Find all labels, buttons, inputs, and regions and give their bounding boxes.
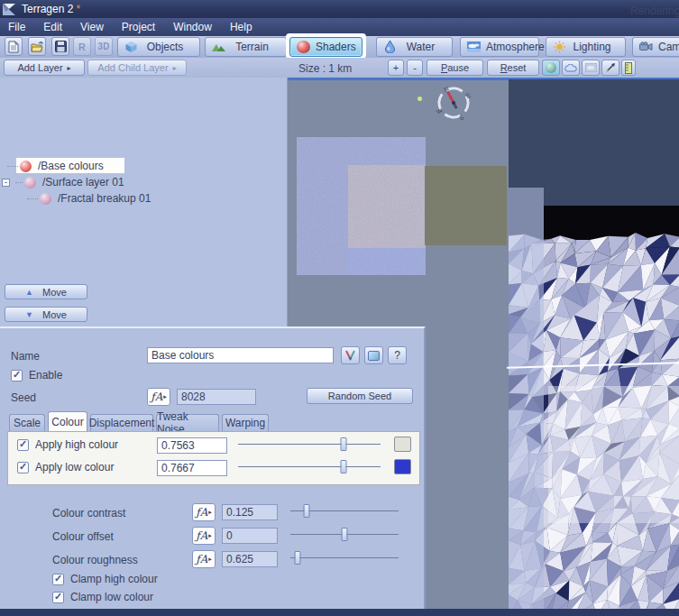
high-colour-value-input[interactable]: 0.7563 bbox=[157, 437, 227, 454]
save-button[interactable] bbox=[51, 37, 69, 56]
random-seed-button[interactable]: Random Seed bbox=[307, 388, 413, 404]
tab-atmosphere[interactable]: Atmosphere bbox=[460, 37, 539, 57]
clamp-low-colour-checkbox[interactable] bbox=[52, 592, 64, 603]
compass-widget[interactable]: N E S W bbox=[430, 81, 477, 124]
tab-terrain[interactable]: Terrain bbox=[205, 37, 287, 57]
3d-view-button[interactable]: 3D bbox=[95, 37, 113, 56]
title-bar[interactable]: Terragen 2 * bbox=[0, 0, 679, 18]
tab-colour[interactable]: Colour bbox=[48, 411, 87, 431]
slider-handle[interactable] bbox=[340, 460, 346, 473]
name-input[interactable]: Base colours bbox=[147, 347, 334, 363]
node-network-button[interactable] bbox=[341, 346, 360, 364]
apply-low-colour-checkbox[interactable] bbox=[17, 462, 29, 473]
terrain-texture-topview[interactable] bbox=[297, 137, 426, 275]
clamp-low-colour-row[interactable]: Clamp low colour bbox=[52, 591, 153, 603]
cube-icon bbox=[124, 41, 138, 53]
tab-scale[interactable]: Scale bbox=[9, 414, 45, 431]
tab-warping[interactable]: Warping bbox=[222, 414, 269, 431]
tab-water[interactable]: Water bbox=[376, 37, 453, 57]
apply-low-colour-row[interactable]: Apply low colour bbox=[17, 461, 114, 473]
preview-size-label: Size : 1 km bbox=[298, 62, 352, 75]
svg-text:E: E bbox=[464, 92, 472, 100]
shader-node-icon bbox=[20, 161, 32, 172]
cloud-icon bbox=[564, 64, 577, 72]
tab-tweak-noise[interactable]: Tweak Noise bbox=[156, 414, 219, 431]
high-colour-slider[interactable] bbox=[238, 437, 381, 451]
preview-terrain-sphere-button[interactable] bbox=[542, 60, 560, 76]
open-project-button[interactable] bbox=[28, 37, 46, 56]
preview-haze bbox=[509, 188, 544, 616]
reset-button[interactable]: Reset bbox=[487, 60, 539, 76]
tab-shaders[interactable]: Shaders bbox=[289, 37, 362, 57]
app-logo-icon bbox=[3, 4, 16, 15]
colour-contrast-input[interactable]: 0.125 bbox=[222, 504, 278, 520]
menu-help[interactable]: Help bbox=[230, 21, 252, 33]
enable-checkbox[interactable] bbox=[11, 370, 23, 382]
collapse-toggle-icon[interactable]: - bbox=[2, 179, 10, 187]
colour-offset-input[interactable]: 0 bbox=[222, 528, 278, 544]
move-down-button[interactable]: ▼ Move bbox=[5, 307, 87, 322]
low-colour-value-input[interactable]: 0.7667 bbox=[157, 460, 227, 476]
seed-input[interactable]: 8028 bbox=[177, 389, 256, 405]
apply-high-colour-label: Apply high colour bbox=[35, 438, 118, 451]
move-down-label: Move bbox=[42, 309, 67, 320]
enable-checkbox-row[interactable]: Enable bbox=[11, 369, 62, 382]
tab-objects[interactable]: Objects bbox=[117, 37, 200, 57]
preview-window-button[interactable] bbox=[364, 346, 383, 364]
slider-handle[interactable] bbox=[340, 437, 346, 451]
menu-project[interactable]: Project bbox=[122, 21, 155, 33]
low-colour-slider[interactable] bbox=[238, 460, 381, 473]
colour-roughness-label: Colour roughness bbox=[52, 554, 138, 566]
add-layer-button[interactable]: Add Layer ▸ bbox=[4, 60, 85, 76]
contrast-function-button[interactable]: ƒA▸ bbox=[192, 503, 216, 521]
slider-handle[interactable] bbox=[295, 551, 301, 565]
render-status: Rendering... bbox=[630, 5, 679, 17]
preview-clouds-button[interactable] bbox=[562, 60, 580, 76]
preview-atmosphere-button[interactable] bbox=[582, 60, 600, 76]
tree-item-label: /Fractal breakup 01 bbox=[58, 192, 151, 205]
slider-handle[interactable] bbox=[342, 528, 348, 541]
add-child-layer-button[interactable]: Add Child Layer ▸ bbox=[87, 60, 187, 76]
move-up-button[interactable]: ▲ Move bbox=[5, 284, 87, 299]
tree-item-base-colours[interactable]: /Base colours bbox=[7, 159, 104, 173]
colour-offset-slider[interactable] bbox=[290, 528, 399, 541]
menu-file[interactable]: File bbox=[8, 21, 25, 33]
menu-window[interactable]: Window bbox=[173, 21, 212, 33]
seed-function-button[interactable]: ƒA▸ bbox=[147, 388, 170, 406]
menu-edit[interactable]: Edit bbox=[43, 21, 62, 33]
low-colour-swatch[interactable] bbox=[394, 459, 411, 474]
render-button[interactable]: R bbox=[73, 37, 91, 56]
clamp-high-colour-row[interactable]: Clamp high colour bbox=[52, 573, 158, 585]
save-floppy-icon bbox=[55, 41, 67, 52]
colour-contrast-slider[interactable] bbox=[290, 504, 399, 518]
offset-function-button[interactable]: ƒA▸ bbox=[192, 527, 216, 545]
tab-cameras[interactable]: Cameras bbox=[632, 37, 679, 57]
tab-cameras-label: Cameras bbox=[658, 41, 679, 53]
colour-roughness-slider[interactable] bbox=[290, 551, 399, 565]
slider-handle[interactable] bbox=[304, 504, 310, 518]
zoom-in-button[interactable]: + bbox=[388, 60, 404, 76]
zoom-out-button[interactable]: - bbox=[407, 60, 423, 76]
atmosphere-preview-icon bbox=[585, 63, 597, 72]
clamp-high-colour-checkbox[interactable] bbox=[52, 574, 64, 585]
menu-view[interactable]: View bbox=[80, 21, 104, 33]
preview-measure-button[interactable] bbox=[621, 60, 636, 76]
tree-item-fractal-breakup[interactable]: /Fractal breakup 01 bbox=[27, 191, 151, 206]
high-colour-swatch[interactable] bbox=[394, 437, 411, 452]
new-project-button[interactable] bbox=[5, 37, 23, 56]
apply-colour-group: Apply high colour 0.7563 Apply low colou… bbox=[7, 431, 420, 485]
tab-lighting[interactable]: Lighting bbox=[546, 37, 626, 57]
open-folder-icon bbox=[31, 41, 44, 52]
tree-item-surface-layer[interactable]: - /Surface layer 01 bbox=[2, 175, 124, 189]
pause-button[interactable]: Pause bbox=[427, 60, 483, 76]
tab-displacement[interactable]: Displacement bbox=[90, 414, 153, 431]
apply-high-colour-row[interactable]: Apply high colour bbox=[17, 438, 118, 451]
dropdown-arrow-icon: ▸ bbox=[173, 64, 177, 72]
roughness-function-button[interactable]: ƒA▸ bbox=[192, 550, 216, 568]
preview-paint-button[interactable] bbox=[601, 60, 619, 76]
sun-position-dot[interactable] bbox=[417, 97, 422, 101]
help-button[interactable]: ? bbox=[388, 346, 407, 364]
apply-high-colour-checkbox[interactable] bbox=[17, 439, 29, 451]
shader-node-icon bbox=[24, 177, 36, 188]
colour-roughness-input[interactable]: 0.625 bbox=[222, 551, 278, 567]
